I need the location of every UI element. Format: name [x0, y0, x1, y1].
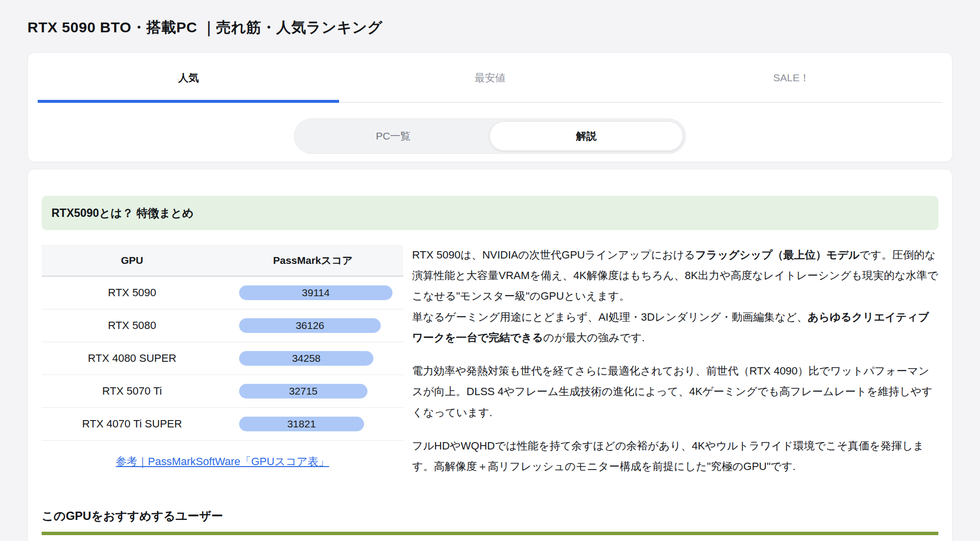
score-cell: 32715	[222, 375, 403, 407]
score-column: GPU PassMarkスコア RTX 5090 39114	[42, 245, 403, 477]
passmark-source-link[interactable]: 参考｜PassMarkSoftWare「GPUスコア表」	[42, 454, 403, 469]
bar-track: 32715	[239, 384, 392, 399]
table-row: RTX 5090 39114	[42, 276, 403, 309]
section-heading: RTX5090とは？ 特徴まとめ	[42, 196, 938, 230]
passmark-score-table: GPU PassMarkスコア RTX 5090 39114	[42, 245, 403, 441]
paragraph: フルHDやWQHDでは性能を持て余すほどの余裕があり、4Kやウルトラワイド環境で…	[412, 436, 938, 477]
table-row: RTX 4080 SUPER 34258	[42, 342, 403, 375]
score-cell: 39114	[222, 276, 403, 309]
paragraph: RTX 5090は、NVIDIAの次世代GPUラインアップにおけるフラッグシップ…	[412, 245, 938, 348]
table-row: RTX 5070 Ti 32715	[42, 375, 403, 407]
score-bar: 32715	[239, 384, 368, 399]
tab-popularity[interactable]: 人気	[38, 71, 339, 85]
bar-track: 39114	[239, 285, 392, 300]
bar-track: 31821	[239, 417, 392, 431]
bar-track: 36126	[239, 318, 392, 333]
score-cell: 31821	[222, 407, 403, 440]
column-header-passmark: PassMarkスコア	[222, 245, 403, 276]
gpu-name: RTX 4080 SUPER	[42, 342, 222, 375]
score-bar: 39114	[239, 285, 392, 300]
page-title: RTX 5090 BTO・搭載PC ｜売れ筋・人気ランキング	[27, 0, 953, 38]
gpu-name: RTX 5070 Ti	[42, 375, 222, 407]
table-row: RTX 5080 36126	[42, 309, 403, 342]
toggle-pc-list[interactable]: PC一覧	[297, 121, 490, 151]
tab-sale[interactable]: SALE！	[641, 71, 942, 85]
recommended-users-heading: このGPUをおすすめするユーザー	[42, 508, 938, 524]
ranking-tabs-card: 人気 最安値 SALE！ PC一覧 解説	[27, 52, 953, 162]
table-row: RTX 4070 Ti SUPER 31821	[42, 407, 403, 440]
column-header-gpu: GPU	[42, 245, 222, 276]
content-row: GPU PassMarkスコア RTX 5090 39114	[42, 245, 938, 477]
tab-bar: 人気 最安値 SALE！	[38, 53, 942, 103]
active-tab-underline	[38, 100, 339, 103]
tab-lowest-price[interactable]: 最安値	[339, 71, 640, 85]
page: RTX 5090 BTO・搭載PC ｜売れ筋・人気ランキング 人気 最安値 SA…	[0, 0, 980, 541]
table-header-row: GPU PassMarkスコア	[42, 245, 403, 276]
score-bar: 34258	[239, 351, 373, 366]
view-toggle: PC一覧 解説	[294, 118, 686, 154]
toggle-explanation[interactable]: 解説	[490, 121, 683, 151]
score-cell: 34258	[222, 342, 403, 375]
score-cell: 36126	[222, 309, 403, 342]
explanation-card: RTX5090とは？ 特徴まとめ GPU PassMarkスコア RTX 509…	[27, 169, 953, 541]
paragraph: 電力効率や発熱対策も世代を経てさらに最適化されており、前世代（RTX 4090）…	[412, 361, 938, 423]
gpu-name: RTX 5080	[42, 309, 222, 342]
gpu-name: RTX 4070 Ti SUPER	[42, 407, 222, 440]
score-bar: 31821	[239, 417, 364, 431]
olive-divider	[42, 532, 938, 535]
gpu-name: RTX 5090	[42, 276, 222, 309]
score-bar: 36126	[239, 318, 381, 333]
bar-track: 34258	[239, 351, 392, 366]
description-column: RTX 5090は、NVIDIAの次世代GPUラインアップにおけるフラッグシップ…	[412, 245, 938, 477]
